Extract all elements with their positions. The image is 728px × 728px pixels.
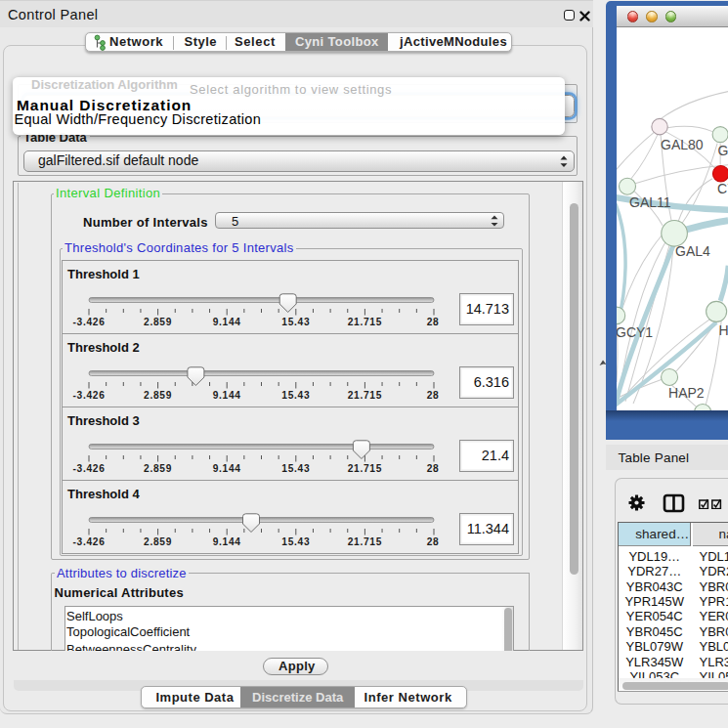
svg-text:GA: GA [718,142,728,157]
svg-text:HAP2: HAP2 [668,385,705,401]
svg-text:CY: CY [717,181,728,196]
svg-text:GAL80: GAL80 [661,136,704,151]
svg-text:GAL4: GAL4 [675,243,710,259]
svg-text:GCY1: GCY1 [617,323,653,339]
svg-text:GAL11: GAL11 [629,194,671,210]
svg-text:HI: HI [719,321,728,337]
